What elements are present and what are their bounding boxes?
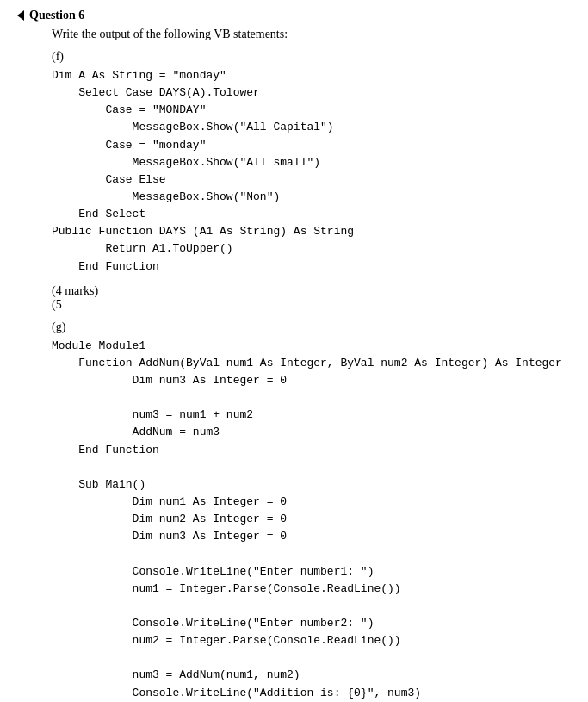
question-header: Question 6 xyxy=(17,9,571,22)
part-f-label: (f) xyxy=(52,50,571,64)
part-g-label: (g) xyxy=(52,320,571,334)
triangle-icon xyxy=(17,10,24,21)
part-f-code: Dim A As String = "monday" Select Case D… xyxy=(52,67,571,276)
question-title: Question 6 xyxy=(29,9,84,22)
question-subtitle: Write the output of the following VB sta… xyxy=(52,28,571,41)
part-f-marks: (4 marks) xyxy=(52,284,571,298)
part-g-code: Module Module1 Function AddNum(ByVal num… xyxy=(52,338,571,702)
part-g-intro: (5 xyxy=(52,298,571,312)
